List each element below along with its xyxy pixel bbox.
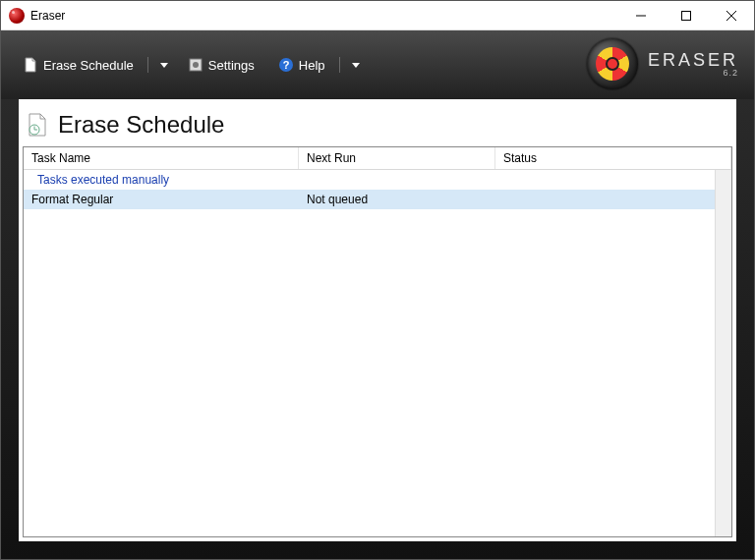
group-row[interactable]: Tasks executed manually	[24, 170, 731, 190]
help-button[interactable]: ? Help	[274, 53, 329, 77]
svg-point-6	[193, 62, 199, 68]
brand-version: 6.2	[648, 69, 738, 78]
separator	[147, 57, 148, 73]
help-dropdown[interactable]	[352, 61, 360, 69]
content-area: Erase Schedule Task Name Next Run Status…	[1, 99, 754, 559]
column-task-name[interactable]: Task Name	[24, 147, 299, 169]
grid-body: Tasks executed manually Format Regular N…	[24, 170, 731, 536]
brand-text: ERASER 6.2	[648, 51, 738, 78]
settings-button[interactable]: Settings	[184, 53, 259, 77]
separator	[339, 57, 340, 73]
brand-icon	[587, 38, 638, 89]
schedule-grid: Task Name Next Run Status Tasks executed…	[23, 146, 732, 537]
cell-next-run: Not queued	[299, 190, 495, 209]
scrollbar[interactable]	[715, 170, 731, 536]
grid-header: Task Name Next Run Status	[24, 147, 731, 170]
brand-name: ERASER	[648, 50, 738, 70]
svg-marker-4	[160, 63, 168, 68]
page-header: Erase Schedule	[19, 99, 736, 146]
brand: ERASER 6.2	[587, 38, 738, 89]
titlebar: Eraser	[1, 1, 754, 30]
window-controls	[618, 1, 754, 30]
toolbar: Erase Schedule Settings ? Help	[1, 30, 754, 99]
main-panel: Erase Schedule Task Name Next Run Status…	[19, 99, 736, 541]
app-window: Eraser Erase Schedule Settings	[0, 0, 755, 560]
svg-text:?: ?	[282, 59, 289, 71]
svg-rect-1	[682, 11, 691, 20]
window-title: Eraser	[30, 9, 65, 23]
gear-icon	[188, 57, 203, 73]
help-label: Help	[299, 58, 325, 73]
help-icon: ?	[278, 57, 294, 73]
document-clock-icon	[25, 112, 50, 138]
erase-schedule-button[interactable]: Erase Schedule	[19, 53, 138, 77]
column-status[interactable]: Status	[495, 147, 731, 169]
column-next-run[interactable]: Next Run	[299, 147, 495, 169]
cell-status	[495, 190, 731, 209]
close-button[interactable]	[709, 1, 754, 30]
table-row[interactable]: Format Regular Not queued	[24, 190, 731, 209]
cell-task-name: Format Regular	[24, 190, 299, 209]
erase-schedule-label: Erase Schedule	[43, 58, 134, 73]
page-title: Erase Schedule	[58, 111, 224, 139]
svg-marker-9	[352, 63, 360, 68]
app-icon	[9, 8, 25, 24]
erase-schedule-dropdown[interactable]	[160, 61, 168, 69]
document-icon	[23, 57, 38, 73]
maximize-button[interactable]	[664, 1, 709, 30]
minimize-button[interactable]	[618, 1, 664, 30]
settings-label: Settings	[208, 58, 255, 73]
